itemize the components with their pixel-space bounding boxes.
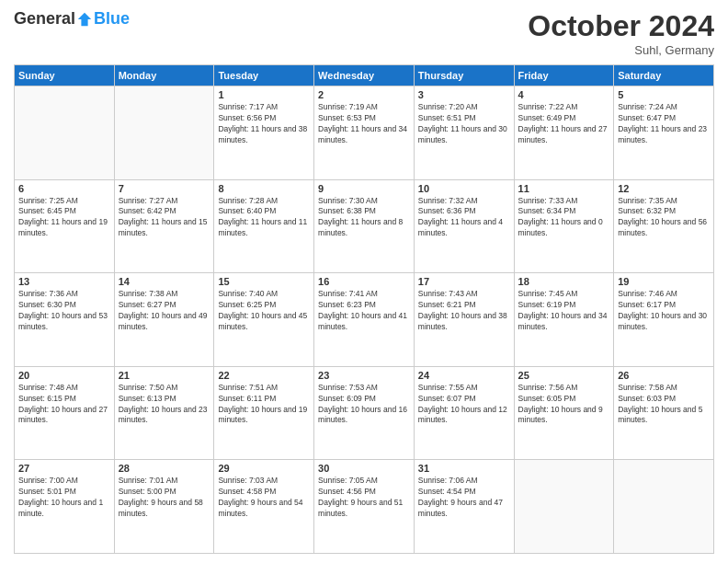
- day-cell: 14Sunrise: 7:38 AMSunset: 6:27 PMDayligh…: [114, 273, 214, 367]
- day-header-tuesday: Tuesday: [214, 65, 314, 86]
- day-info: Sunrise: 7:30 AMSunset: 6:38 PMDaylight:…: [318, 196, 410, 240]
- logo-general-text: General: [14, 9, 75, 29]
- day-info: Sunrise: 7:38 AMSunset: 6:27 PMDaylight:…: [119, 289, 210, 333]
- day-header-friday: Friday: [514, 65, 614, 86]
- week-row-1: 6Sunrise: 7:25 AMSunset: 6:45 PMDaylight…: [15, 179, 714, 273]
- day-number: 23: [318, 370, 410, 381]
- day-info: Sunrise: 7:25 AMSunset: 6:45 PMDaylight:…: [18, 196, 110, 240]
- day-number: 25: [518, 370, 610, 381]
- day-number: 28: [119, 463, 210, 474]
- day-info: Sunrise: 7:17 AMSunset: 6:56 PMDaylight:…: [218, 102, 310, 146]
- day-cell: [514, 460, 614, 554]
- day-number: 18: [518, 276, 610, 287]
- day-cell: 21Sunrise: 7:50 AMSunset: 6:13 PMDayligh…: [114, 366, 214, 460]
- week-row-3: 20Sunrise: 7:48 AMSunset: 6:15 PMDayligh…: [15, 366, 714, 460]
- day-cell: 8Sunrise: 7:28 AMSunset: 6:40 PMDaylight…: [214, 179, 314, 273]
- location: Suhl, Germany: [528, 43, 714, 57]
- day-cell: 29Sunrise: 7:03 AMSunset: 4:58 PMDayligh…: [214, 460, 314, 554]
- day-info: Sunrise: 7:01 AMSunset: 5:00 PMDaylight:…: [119, 476, 210, 520]
- day-cell: [15, 86, 115, 180]
- day-cell: 4Sunrise: 7:22 AMSunset: 6:49 PMDaylight…: [514, 86, 614, 180]
- day-info: Sunrise: 7:33 AMSunset: 6:34 PMDaylight:…: [518, 196, 610, 240]
- day-number: 10: [418, 183, 510, 194]
- day-number: 31: [418, 463, 510, 474]
- day-cell: 11Sunrise: 7:33 AMSunset: 6:34 PMDayligh…: [514, 179, 614, 273]
- day-number: 26: [618, 370, 710, 381]
- day-cell: 22Sunrise: 7:51 AMSunset: 6:11 PMDayligh…: [214, 366, 314, 460]
- day-number: 22: [218, 370, 310, 381]
- logo-blue-text: Blue: [94, 9, 130, 29]
- day-number: 2: [318, 89, 410, 100]
- day-number: 24: [418, 370, 510, 381]
- day-cell: 10Sunrise: 7:32 AMSunset: 6:36 PMDayligh…: [414, 179, 514, 273]
- page: General Blue October 2024 Suhl, Germany …: [0, 0, 728, 563]
- day-cell: [114, 86, 214, 180]
- day-cell: 19Sunrise: 7:46 AMSunset: 6:17 PMDayligh…: [614, 273, 714, 367]
- header: General Blue October 2024 Suhl, Germany: [14, 9, 714, 57]
- day-cell: 18Sunrise: 7:45 AMSunset: 6:19 PMDayligh…: [514, 273, 614, 367]
- day-header-saturday: Saturday: [614, 65, 714, 86]
- day-header-wednesday: Wednesday: [314, 65, 415, 86]
- logo: General Blue: [14, 9, 130, 29]
- day-cell: 5Sunrise: 7:24 AMSunset: 6:47 PMDaylight…: [614, 86, 714, 180]
- day-cell: 9Sunrise: 7:30 AMSunset: 6:38 PMDaylight…: [314, 179, 415, 273]
- month-title: October 2024: [528, 9, 714, 43]
- day-info: Sunrise: 7:22 AMSunset: 6:49 PMDaylight:…: [518, 102, 610, 146]
- day-number: 11: [518, 183, 610, 194]
- day-number: 13: [18, 276, 110, 287]
- day-number: 20: [18, 370, 110, 381]
- day-info: Sunrise: 7:51 AMSunset: 6:11 PMDaylight:…: [218, 383, 310, 427]
- day-cell: 17Sunrise: 7:43 AMSunset: 6:21 PMDayligh…: [414, 273, 514, 367]
- day-info: Sunrise: 7:56 AMSunset: 6:05 PMDaylight:…: [518, 383, 610, 427]
- day-cell: 3Sunrise: 7:20 AMSunset: 6:51 PMDaylight…: [414, 86, 514, 180]
- day-number: 8: [218, 183, 310, 194]
- day-info: Sunrise: 7:20 AMSunset: 6:51 PMDaylight:…: [418, 102, 510, 146]
- day-info: Sunrise: 7:05 AMSunset: 4:56 PMDaylight:…: [318, 476, 410, 520]
- title-block: October 2024 Suhl, Germany: [528, 9, 714, 57]
- day-info: Sunrise: 7:00 AMSunset: 5:01 PMDaylight:…: [18, 476, 110, 520]
- day-info: Sunrise: 7:50 AMSunset: 6:13 PMDaylight:…: [119, 383, 210, 427]
- day-number: 27: [18, 463, 110, 474]
- day-info: Sunrise: 7:55 AMSunset: 6:07 PMDaylight:…: [418, 383, 510, 427]
- week-row-4: 27Sunrise: 7:00 AMSunset: 5:01 PMDayligh…: [15, 460, 714, 554]
- day-cell: 7Sunrise: 7:27 AMSunset: 6:42 PMDaylight…: [114, 179, 214, 273]
- day-info: Sunrise: 7:06 AMSunset: 4:54 PMDaylight:…: [418, 476, 510, 520]
- day-number: 12: [618, 183, 710, 194]
- day-number: 5: [618, 89, 710, 100]
- day-cell: 1Sunrise: 7:17 AMSunset: 6:56 PMDaylight…: [214, 86, 314, 180]
- day-info: Sunrise: 7:46 AMSunset: 6:17 PMDaylight:…: [618, 289, 710, 333]
- day-info: Sunrise: 7:24 AMSunset: 6:47 PMDaylight:…: [618, 102, 710, 146]
- day-number: 29: [218, 463, 310, 474]
- day-cell: 23Sunrise: 7:53 AMSunset: 6:09 PMDayligh…: [314, 366, 415, 460]
- day-number: 4: [518, 89, 610, 100]
- day-header-sunday: Sunday: [15, 65, 115, 86]
- day-info: Sunrise: 7:45 AMSunset: 6:19 PMDaylight:…: [518, 289, 610, 333]
- day-cell: 16Sunrise: 7:41 AMSunset: 6:23 PMDayligh…: [314, 273, 415, 367]
- day-info: Sunrise: 7:43 AMSunset: 6:21 PMDaylight:…: [418, 289, 510, 333]
- day-number: 21: [119, 370, 210, 381]
- day-cell: 25Sunrise: 7:56 AMSunset: 6:05 PMDayligh…: [514, 366, 614, 460]
- day-info: Sunrise: 7:35 AMSunset: 6:32 PMDaylight:…: [618, 196, 710, 240]
- day-info: Sunrise: 7:03 AMSunset: 4:58 PMDaylight:…: [218, 476, 310, 520]
- week-row-2: 13Sunrise: 7:36 AMSunset: 6:30 PMDayligh…: [15, 273, 714, 367]
- day-cell: 13Sunrise: 7:36 AMSunset: 6:30 PMDayligh…: [15, 273, 115, 367]
- day-cell: 30Sunrise: 7:05 AMSunset: 4:56 PMDayligh…: [314, 460, 415, 554]
- day-number: 30: [318, 463, 410, 474]
- day-cell: 24Sunrise: 7:55 AMSunset: 6:07 PMDayligh…: [414, 366, 514, 460]
- day-number: 9: [318, 183, 410, 194]
- logo-icon: [76, 11, 93, 28]
- day-number: 16: [318, 276, 410, 287]
- day-number: 15: [218, 276, 310, 287]
- day-number: 6: [18, 183, 110, 194]
- day-info: Sunrise: 7:48 AMSunset: 6:15 PMDaylight:…: [18, 383, 110, 427]
- day-number: 17: [418, 276, 510, 287]
- day-info: Sunrise: 7:27 AMSunset: 6:42 PMDaylight:…: [119, 196, 210, 240]
- day-cell: 6Sunrise: 7:25 AMSunset: 6:45 PMDaylight…: [15, 179, 115, 273]
- day-info: Sunrise: 7:58 AMSunset: 6:03 PMDaylight:…: [618, 383, 710, 427]
- day-cell: 15Sunrise: 7:40 AMSunset: 6:25 PMDayligh…: [214, 273, 314, 367]
- day-cell: 26Sunrise: 7:58 AMSunset: 6:03 PMDayligh…: [614, 366, 714, 460]
- day-info: Sunrise: 7:36 AMSunset: 6:30 PMDaylight:…: [18, 289, 110, 333]
- day-info: Sunrise: 7:32 AMSunset: 6:36 PMDaylight:…: [418, 196, 510, 240]
- day-cell: 20Sunrise: 7:48 AMSunset: 6:15 PMDayligh…: [15, 366, 115, 460]
- day-number: 19: [618, 276, 710, 287]
